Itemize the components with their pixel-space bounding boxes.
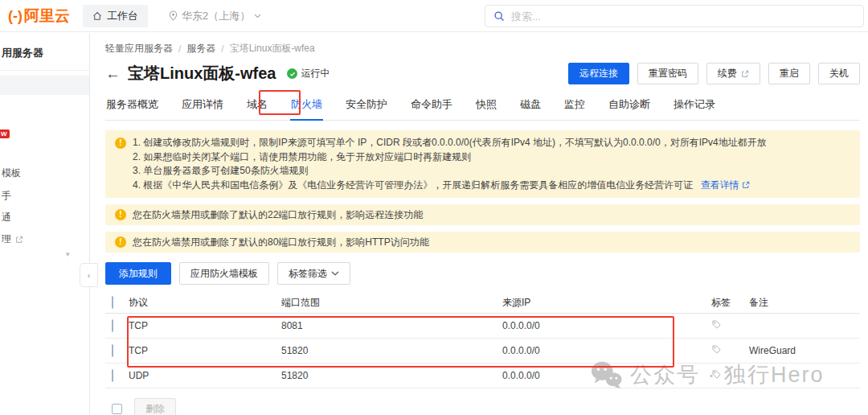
region-label: 华东2（上海） bbox=[182, 9, 250, 23]
breadcrumb-separator: / bbox=[221, 43, 223, 55]
tab-security[interactable]: 安全防护 bbox=[345, 95, 388, 120]
col-note: 备注 bbox=[749, 296, 860, 310]
notice-line: 1. 创建或修改防火墙规则时，限制IP来源可填写单个 IP，CIDR 段或者0.… bbox=[133, 136, 850, 150]
add-rule-label: 添加规则 bbox=[119, 267, 158, 281]
remote-connect-button[interactable]: 远程连接 bbox=[568, 63, 629, 84]
col-tag: 标签 bbox=[711, 296, 749, 310]
search-icon bbox=[493, 10, 505, 22]
table-footer: 删除 bbox=[105, 398, 860, 415]
rules-toolbar: 添加规则 应用防火墙模板 标签筛选 bbox=[105, 262, 860, 285]
global-search[interactable] bbox=[485, 5, 864, 27]
rule-port-range: 51820 bbox=[281, 345, 502, 356]
rule-note: WireGuard bbox=[749, 345, 860, 356]
rule-protocol: UDP bbox=[129, 370, 281, 381]
tag-filter-label: 标签筛选 bbox=[289, 267, 327, 281]
sidebar-item[interactable]: 模板 bbox=[2, 166, 21, 180]
warning-icon: ! bbox=[115, 236, 126, 248]
delete-button[interactable]: 删除 bbox=[134, 398, 176, 415]
tab-disk[interactable]: 磁盘 bbox=[519, 95, 542, 120]
tab-operation-log[interactable]: 操作记录 bbox=[673, 95, 716, 120]
row-checkbox[interactable] bbox=[112, 344, 113, 357]
warning-icon: ! bbox=[115, 209, 126, 220]
footer-select-checkbox[interactable] bbox=[112, 404, 122, 414]
tab-server-overview[interactable]: 服务器概览 bbox=[105, 95, 159, 120]
notice-line: 2. 如果想临时关闭某个端口，请使用禁用功能，免于开放对应端口时再新建规则 bbox=[133, 150, 850, 165]
external-link-icon bbox=[742, 181, 750, 189]
tag-icon[interactable] bbox=[711, 369, 722, 380]
rule-source-ip: 0.0.0.0/0 bbox=[502, 320, 711, 331]
sidebar-collapse-chevron-icon[interactable]: ▾ bbox=[66, 250, 70, 258]
page-header: ← 宝塔Linux面板-wfea 运行中 远程连接 重置密码 续费 重启 bbox=[105, 63, 860, 84]
sidebar-collapse-handle[interactable]: ‹ bbox=[80, 263, 98, 287]
external-link-icon bbox=[15, 236, 23, 244]
apply-template-label: 应用防火墙模板 bbox=[190, 267, 258, 281]
tab-bar: 服务器概览 应用详情 域名 防火墙 安全防护 命令助手 快照 磁盘 监控 自助诊… bbox=[105, 95, 860, 121]
tab-app-details[interactable]: 应用详情 bbox=[181, 95, 224, 120]
workbench-button[interactable]: 工作台 bbox=[83, 5, 148, 27]
notice-line: 4. 根据《中华人民共和国电信条例》及《电信业务经营许可管理办法》，开展递归解析… bbox=[133, 179, 850, 193]
rule-source-ip: 0.0.0.0/0 bbox=[502, 345, 711, 356]
aliyun-logo-mark: (-) bbox=[8, 8, 23, 25]
col-source-ip: 来源IP bbox=[502, 296, 711, 310]
tag-icon[interactable] bbox=[711, 319, 722, 330]
notice-line-text: 4. 根据《中华人民共和国电信条例》及《电信业务经营许可管理办法》，开展递归解析… bbox=[133, 179, 693, 191]
tab-command-assistant[interactable]: 命令助手 bbox=[410, 95, 453, 120]
sidebar-item[interactable]: 理 bbox=[2, 232, 23, 246]
breadcrumb-item-current: 宝塔Linux面板-wfea bbox=[230, 42, 315, 55]
rule-protocol: TCP bbox=[129, 320, 281, 331]
row-checkbox[interactable] bbox=[112, 319, 113, 332]
rule-source-ip: 0.0.0.0/0 bbox=[502, 370, 711, 381]
back-arrow-icon[interactable]: ← bbox=[105, 66, 121, 81]
search-input[interactable] bbox=[511, 10, 855, 23]
renew-button[interactable]: 续费 bbox=[706, 63, 760, 84]
tab-domain[interactable]: 域名 bbox=[246, 95, 268, 120]
select-all-checkbox[interactable] bbox=[112, 296, 113, 309]
col-port-range: 端口范围 bbox=[281, 296, 502, 310]
tag-filter-dropdown[interactable]: 标签筛选 bbox=[277, 262, 350, 285]
restart-label: 重启 bbox=[780, 67, 799, 80]
main-content: 轻量应用服务器 / 服务器 / 宝塔Linux面板-wfea ← 宝塔Linux… bbox=[91, 33, 868, 415]
status-badge: 运行中 bbox=[287, 67, 330, 80]
breadcrumb-item[interactable]: 服务器 bbox=[186, 42, 215, 55]
warning-icon: ! bbox=[115, 138, 126, 149]
shutdown-label: 关机 bbox=[829, 67, 849, 80]
sidebar-item-selected[interactable] bbox=[0, 76, 89, 95]
view-details-link[interactable]: 查看详情 bbox=[701, 179, 750, 193]
topbar: (-) 阿里云 工作台 华东2（上海） bbox=[0, 0, 868, 32]
rule-port-range: 51820 bbox=[281, 370, 502, 381]
sidebar-item-label: 通 bbox=[2, 211, 11, 224]
delete-label: 删除 bbox=[145, 402, 165, 415]
sidebar-item[interactable]: 手 bbox=[2, 189, 11, 203]
port-80-warning: ! 您在防火墙禁用或删除了默认的80端口放行规则，影响HTTP访问功能 bbox=[105, 232, 860, 253]
shutdown-button[interactable]: 关机 bbox=[818, 63, 860, 84]
tab-firewall[interactable]: 防火墙 bbox=[290, 95, 323, 121]
aliyun-logo-text: 阿里云 bbox=[24, 6, 70, 27]
port-22-warning-text: 您在防火墙禁用或删除了默认的22端口放行规则，影响远程连接功能 bbox=[133, 208, 423, 222]
row-checkbox[interactable] bbox=[112, 369, 113, 382]
sidebar-item-label: 理 bbox=[2, 232, 11, 246]
new-badge: W bbox=[0, 129, 10, 138]
table-row: TCP 8081 0.0.0.0/0 bbox=[105, 314, 860, 339]
server-actions: 远程连接 重置密码 续费 重启 关机 bbox=[568, 63, 860, 84]
restart-button[interactable]: 重启 bbox=[768, 63, 810, 84]
region-selector[interactable]: 华东2（上海） bbox=[169, 9, 261, 23]
tab-monitor[interactable]: 监控 bbox=[563, 95, 586, 120]
collapse-left-icon: ‹ bbox=[88, 270, 91, 280]
tab-snapshot[interactable]: 快照 bbox=[475, 95, 497, 120]
breadcrumb-item[interactable]: 轻量应用服务器 bbox=[105, 42, 173, 55]
sidebar: 用服务器 W 模板 手 通 理 ▾ bbox=[0, 33, 90, 415]
status-label: 运行中 bbox=[301, 67, 330, 80]
add-rule-button[interactable]: 添加规则 bbox=[105, 262, 171, 285]
apply-firewall-template-button[interactable]: 应用防火墙模板 bbox=[179, 262, 269, 285]
notice-line: 3. 单台服务器最多可创建50条防火墙规则 bbox=[133, 164, 850, 179]
view-details-label: 查看详情 bbox=[701, 179, 739, 193]
tag-icon[interactable] bbox=[711, 344, 722, 355]
aliyun-logo[interactable]: (-) 阿里云 bbox=[8, 6, 70, 27]
workbench-label: 工作台 bbox=[107, 9, 138, 23]
reset-password-label: 重置密码 bbox=[649, 67, 687, 80]
tab-self-diagnosis[interactable]: 自助诊断 bbox=[608, 95, 651, 120]
reset-password-button[interactable]: 重置密码 bbox=[637, 63, 698, 84]
sidebar-item[interactable]: 通 bbox=[2, 211, 11, 224]
chevron-down-icon bbox=[254, 14, 261, 18]
firewall-rules-notice: ! 1. 创建或修改防火墙规则时，限制IP来源可填写单个 IP，CIDR 段或者… bbox=[105, 130, 860, 198]
